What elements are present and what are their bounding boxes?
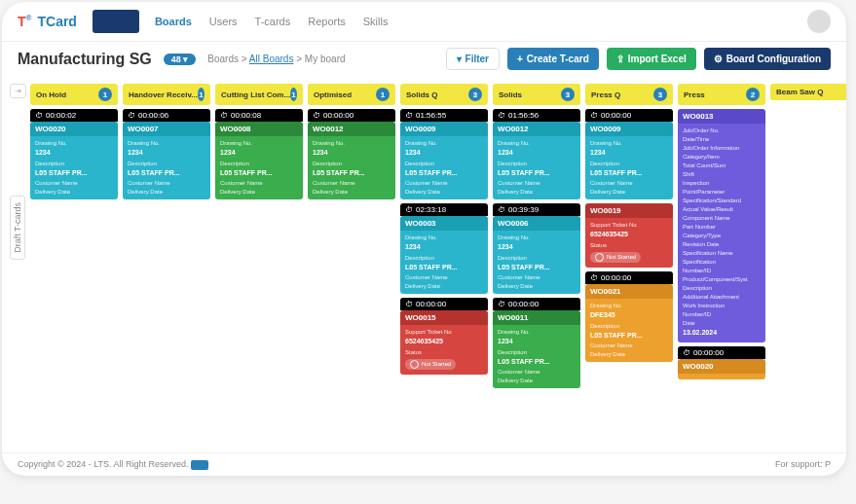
column: Solids301:56:56WO0012Drawing No.1234Desc… — [493, 84, 580, 445]
nav-tcards[interactable]: T-cards — [255, 16, 291, 27]
card-id: WO0012 — [493, 122, 580, 136]
card-body: Drawing No.1234DescriptionL05 STAFF PR..… — [123, 136, 210, 199]
tcard[interactable]: 00:00:00WO0009Drawing No.1234Description… — [585, 109, 673, 199]
column-header[interactable]: Cutting List Com...1 — [215, 84, 303, 105]
column-header[interactable]: Handover Receiv...1 — [123, 84, 210, 105]
footer: Copyright © 2024 - LTS. All Right Reserv… — [2, 452, 846, 476]
card-body: Support Ticket No6524635425StatusNot Sta… — [585, 218, 673, 268]
breadcrumb: Boards > All Boards > My board — [207, 54, 345, 64]
actions: ▾Filter +Create T-card ⇪Import Excel ⚙Bo… — [446, 48, 831, 70]
card-body: Drawing No.1234DescriptionL05 STAFF PR..… — [400, 136, 488, 199]
card-id: WO0009 — [585, 122, 673, 136]
card-id: WO0021 — [585, 284, 673, 299]
tcard[interactable]: 00:00:00WO0015Support Ticket No652463542… — [400, 298, 488, 375]
timer: 00:00:00 — [400, 298, 488, 310]
tcard[interactable]: 01:56:55WO0009Drawing No.1234Description… — [400, 109, 488, 199]
timer: 00:00:00 — [678, 346, 765, 359]
column-count: 1 — [98, 88, 112, 101]
column: Beam Saw Q — [770, 84, 846, 445]
expand-icon[interactable]: ⇥ — [10, 84, 26, 98]
tcard[interactable]: 00:00:02WO0020Drawing No.1234Description… — [30, 109, 118, 199]
column: Optimised100:00:00WO0012Drawing No.1234D… — [308, 84, 395, 445]
tcard[interactable]: 00:00:08WO0008Drawing No.1234Description… — [215, 109, 303, 199]
card-body: Drawing No.1234DescriptionL05 STAFF PR..… — [493, 231, 580, 294]
logo[interactable]: T® TCard — [18, 14, 77, 29]
crumb-all[interactable]: All Boards — [249, 54, 294, 64]
column-title: Press Q — [591, 90, 620, 99]
column-title: Optimised — [314, 90, 352, 99]
card-body: Drawing No.1234DescriptionL05 STAFF PR..… — [215, 136, 303, 199]
timer: 01:56:56 — [493, 109, 580, 122]
config-button[interactable]: ⚙Board Configuration — [704, 48, 831, 70]
card-id: WO0012 — [308, 122, 395, 136]
plus-icon: + — [517, 54, 523, 64]
tcard[interactable]: 01:56:56WO0012Drawing No.1234Description… — [493, 109, 580, 199]
column-title: Cutting List Com... — [221, 90, 290, 99]
tcard[interactable]: 00:39:39WO0006Drawing No.1234Description… — [493, 203, 580, 294]
avatar[interactable] — [807, 10, 831, 33]
draft-tab[interactable]: Draft T-cards — [10, 196, 25, 260]
column: On Hold100:00:02WO0020Drawing No.1234Des… — [30, 84, 118, 445]
filter-button[interactable]: ▾Filter — [446, 48, 500, 70]
timer: 00:00:00 — [493, 298, 580, 310]
tcard[interactable]: 00:00:00WO0012Drawing No.1234Description… — [308, 109, 395, 199]
column-header[interactable]: Solids Q3 — [400, 84, 488, 105]
card-id: WO0015 — [400, 310, 488, 325]
tcard[interactable]: 00:00:00WO0011Drawing No.1234Description… — [493, 298, 580, 388]
column-header[interactable]: Solids3 — [493, 84, 580, 105]
card-id: WO0011 — [493, 310, 580, 325]
card-body: Drawing No.1234DescriptionL05 STAFF PR..… — [308, 136, 395, 199]
card-id: WO0006 — [493, 216, 580, 231]
column: Press2WO0013Job/Order No.Date/TimeJob/Or… — [678, 84, 765, 445]
subbar: Manufacturing SG 48 ▾ Boards > All Board… — [2, 42, 846, 76]
tcard[interactable]: 02:33:18WO0003Drawing No.1234Description… — [400, 203, 488, 294]
card-id: WO0007 — [123, 122, 210, 136]
timer: 00:00:02 — [30, 109, 118, 122]
columns: On Hold100:00:02WO0020Drawing No.1234Des… — [30, 84, 846, 445]
column-count: 1 — [290, 88, 297, 101]
page-count[interactable]: 48 ▾ — [164, 54, 197, 65]
card-id: WO0020 — [30, 122, 118, 136]
card-id: WO0003 — [400, 216, 488, 231]
card-body: Drawing No.1234DescriptionL05 STAFF PR..… — [585, 136, 673, 199]
nav-skills[interactable]: Skills — [363, 16, 389, 27]
column: Solids Q301:56:55WO0009Drawing No.1234De… — [400, 84, 488, 445]
tcard[interactable]: WO0013Job/Order No.Date/TimeJob/Order In… — [678, 109, 765, 342]
tcard[interactable]: WO0019Support Ticket No6524635425StatusN… — [585, 203, 673, 268]
timer: 02:33:18 — [400, 203, 488, 216]
card-id: WO0020 — [678, 359, 765, 374]
column-title: Solids Q — [406, 90, 437, 99]
tcard[interactable]: 00:00:06WO0007Drawing No.1234Description… — [123, 109, 210, 199]
nav-boards[interactable]: Boards — [155, 16, 192, 27]
nav-users[interactable]: Users — [209, 16, 238, 27]
column-title: Solids — [499, 90, 522, 99]
column: Handover Receiv...100:00:06WO0007Drawing… — [123, 84, 210, 445]
card-id: WO0009 — [400, 122, 488, 136]
nav-reports[interactable]: Reports — [308, 16, 346, 27]
column-header[interactable]: Press Q3 — [585, 84, 673, 105]
column-count: 1 — [198, 88, 205, 101]
topbar: T® TCard Boards Users T-cards Reports Sk… — [2, 2, 846, 42]
column-count: 3 — [653, 88, 667, 101]
status-chip: Not Started — [590, 252, 641, 263]
column-title: Beam Saw Q — [776, 88, 823, 96]
card-body: Job/Order No.Date/TimeJob/Order Informat… — [678, 124, 765, 342]
column-count: 2 — [746, 88, 760, 101]
column-header[interactable]: On Hold1 — [30, 84, 118, 105]
column-header[interactable]: Beam Saw Q — [770, 84, 846, 100]
create-button[interactable]: +Create T-card — [507, 48, 599, 70]
logo-secondary — [93, 10, 139, 33]
status-chip: Not Started — [405, 359, 456, 370]
column-header[interactable]: Press2 — [678, 84, 765, 105]
card-body: Drawing No.1234DescriptionL05 STAFF PR..… — [400, 231, 488, 294]
page-title: Manufacturing SG — [18, 51, 152, 68]
tcard[interactable]: 00:00:00WO0020 — [678, 346, 765, 379]
column-header[interactable]: Optimised1 — [308, 84, 395, 105]
tcard[interactable]: 00:00:00WO0021Drawing No.DFE345Descripti… — [585, 271, 673, 362]
filter-icon: ▾ — [457, 54, 462, 64]
timer: 01:56:55 — [400, 109, 488, 122]
card-id: WO0013 — [678, 109, 765, 124]
import-button[interactable]: ⇪Import Excel — [607, 48, 696, 70]
logo-icon: T® — [18, 14, 31, 29]
column: Press Q300:00:00WO0009Drawing No.1234Des… — [585, 84, 673, 445]
